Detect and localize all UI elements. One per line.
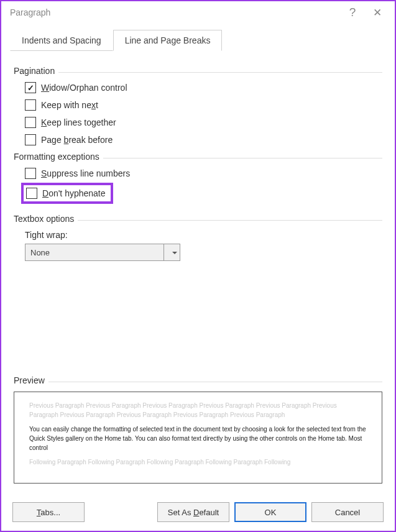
close-button[interactable] — [365, 3, 390, 22]
window-title: Paragraph — [10, 7, 50, 17]
divider — [78, 220, 382, 221]
checkbox-icon — [25, 168, 36, 179]
close-icon — [373, 6, 382, 19]
checkbox-keep-with-next[interactable]: Keep with next — [25, 99, 382, 111]
checkbox-icon — [25, 82, 36, 93]
tab-line-page-breaks[interactable]: Line and Page Breaks — [113, 30, 223, 51]
preview-following: Following Paragraph Following Paragraph … — [29, 457, 367, 467]
preview-previous: Previous Paragraph Previous Paragraph Pr… — [29, 401, 367, 420]
help-button[interactable] — [340, 3, 365, 22]
section-pagination: Pagination — [14, 66, 55, 76]
divider — [48, 382, 382, 382]
checkbox-icon — [25, 117, 36, 128]
help-icon — [349, 6, 356, 19]
section-formatting: Formatting exceptions — [14, 152, 99, 162]
section-preview: Preview — [14, 375, 45, 385]
checkbox-widow-orphan[interactable]: Widow/Orphan control — [25, 82, 382, 93]
ok-button[interactable]: OK — [234, 502, 306, 522]
preview-sample-text: You can easily change the formatting of … — [29, 424, 367, 452]
tight-wrap-label: Tight wrap: — [25, 230, 382, 240]
checkbox-icon — [25, 134, 36, 145]
checkbox-suppress-line-numbers[interactable]: Suppress line numbers — [25, 168, 382, 179]
divider — [103, 158, 382, 158]
select-value: None — [25, 248, 163, 257]
tabs-button[interactable]: Tabs... — [12, 502, 85, 522]
checkbox-icon — [25, 99, 36, 111]
preview-box: Previous Paragraph Previous Paragraph Pr… — [14, 392, 382, 484]
tab-indents-spacing[interactable]: Indents and Spacing — [10, 30, 113, 51]
chevron-down-icon — [163, 244, 180, 260]
checkbox-page-break-before[interactable]: Page break before — [25, 134, 382, 145]
checkbox-keep-lines-together[interactable]: Keep lines together — [25, 117, 382, 128]
cancel-button[interactable]: Cancel — [311, 502, 384, 522]
tight-wrap-select[interactable]: None — [25, 244, 180, 261]
divider — [58, 72, 382, 73]
set-as-default-button[interactable]: Set As Default — [157, 502, 229, 522]
highlight-annotation: Don't hyphenate — [21, 183, 113, 204]
section-textbox: Textbox options — [14, 214, 74, 224]
checkbox-icon — [26, 188, 37, 199]
checkbox-dont-hyphenate[interactable]: Don't hyphenate — [26, 188, 106, 199]
